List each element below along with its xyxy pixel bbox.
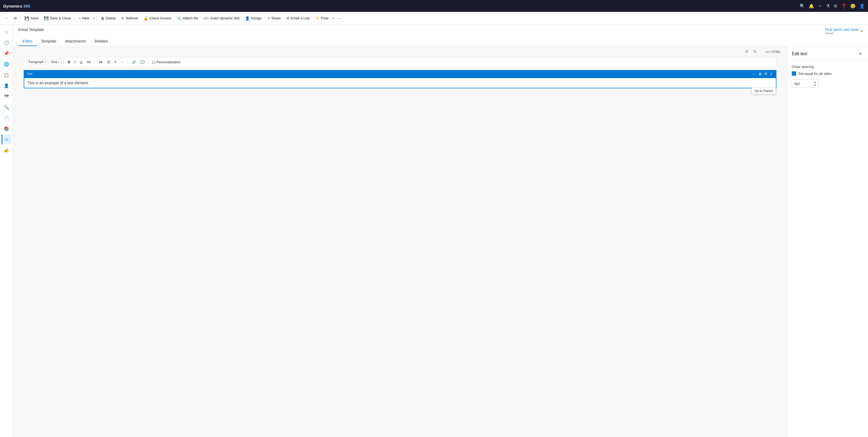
owner-name[interactable]: First name Last name	[825, 28, 859, 31]
tab-attachments[interactable]: Attachments	[61, 37, 90, 46]
smiley-icon[interactable]: 😊	[850, 3, 856, 9]
spacing-down-arrow[interactable]: ▼	[814, 84, 816, 87]
flow-button[interactable]: ⚡ Flow	[312, 14, 331, 22]
flow-dropdown-chevron[interactable]: ▾	[331, 15, 335, 21]
spacing-value: 0px	[794, 82, 800, 86]
comment-button[interactable]: 💬	[139, 59, 146, 65]
spacing-arrows[interactable]: ▲ ▼	[814, 81, 816, 87]
refresh-button[interactable]: ↻ Refresh	[119, 14, 141, 22]
sidebar-item-book[interactable]: 📚	[2, 124, 11, 133]
unordered-list-button[interactable]: ≡	[113, 59, 118, 65]
window-icon: ⧉	[14, 16, 17, 21]
delete-button[interactable]: 🗑 Delete	[98, 14, 119, 22]
command-bar: ← ⧉ 💾 Save 💾 Save & Close + New ▾ 🗑 Dele…	[0, 12, 868, 25]
owner-dropdown-chevron[interactable]: ▾	[861, 29, 863, 33]
redo-button[interactable]: ↻	[752, 49, 758, 55]
text-element[interactable]: Text ← 🗑 ⧉ ⤢ This is an example of a tex…	[24, 70, 776, 88]
email-link-icon: ✉	[286, 16, 289, 21]
plus-icon[interactable]: ＋	[818, 3, 822, 9]
tab-related[interactable]: Related	[90, 37, 112, 46]
save-button[interactable]: 💾 Save	[22, 14, 41, 22]
sidebar-item-map[interactable]: 🗺	[2, 92, 11, 101]
filter-icon[interactable]: ⚗	[826, 3, 830, 9]
window-button[interactable]: ⧉	[11, 14, 20, 22]
undo-button[interactable]: ↺	[743, 49, 750, 55]
more-rt-button[interactable]: ···	[119, 59, 125, 65]
align-button[interactable]: ≡▾	[97, 59, 104, 65]
close-panel-button[interactable]: ✕	[857, 51, 864, 57]
paragraph-dropdown[interactable]: Paragraph ▾	[27, 59, 48, 65]
flow-icon: ⚡	[315, 16, 320, 21]
duplicate-icon[interactable]: ⧉	[764, 71, 768, 76]
sidebar-item-search[interactable]: 🔍	[2, 102, 11, 112]
check-access-button[interactable]: 🔓 Check Access	[141, 14, 174, 22]
checkbox-equal-sides-label: Set equal for all sides	[798, 72, 832, 76]
font-color-button[interactable]: A▾	[85, 59, 93, 65]
save-close-icon: 💾	[44, 16, 49, 21]
html-label: HTML	[771, 50, 781, 54]
sidebar-item-sign[interactable]: ✍	[2, 146, 11, 155]
sidebar-item-reports[interactable]: 📋	[2, 70, 11, 80]
paragraph-chevron: ▾	[45, 61, 46, 64]
move-icon[interactable]: ⤢	[769, 71, 774, 76]
back-icon: ←	[5, 16, 9, 21]
checkbox-equal-sides[interactable]: ✓	[792, 71, 796, 76]
html-button[interactable]: </> HTML	[763, 49, 783, 55]
refresh-icon: ↻	[121, 16, 124, 21]
save-close-button[interactable]: 💾 Save & Close	[41, 14, 74, 22]
sidebar-item-home[interactable]: ⌂	[2, 27, 11, 37]
app-logo[interactable]: Dynamics 365	[3, 4, 30, 8]
bell-icon[interactable]: 🔔	[809, 3, 814, 9]
search-icon[interactable]: 🔍	[800, 3, 805, 9]
email-link-button[interactable]: ✉ Email a Link	[284, 14, 313, 22]
link-button[interactable]: 🔗	[130, 59, 137, 65]
user-icon[interactable]: 👤	[859, 3, 865, 9]
tab-editor[interactable]: Editor	[18, 37, 37, 46]
goto-parent-tooltip[interactable]: Go to Parent	[752, 88, 776, 94]
insert-dynamic-button[interactable]: </> Insert dynamic text	[200, 14, 242, 22]
spacing-input[interactable]: 0px ▲ ▼	[792, 80, 819, 88]
tab-template[interactable]: Template	[37, 37, 61, 46]
size-dropdown[interactable]: Size ▾	[49, 59, 61, 65]
settings-icon[interactable]: ⚙	[834, 3, 837, 9]
back-button[interactable]: ←	[2, 14, 11, 22]
tab-bar: Editor Template Attachments Related	[18, 37, 863, 46]
arrow-left-icon[interactable]: ←	[751, 71, 757, 76]
separator-3	[97, 14, 97, 22]
sidebar-left: ⌂ 🕐 📌 🌐 📋 👤 🗺 🔍 📄 📚 📧 ✍	[0, 25, 13, 437]
more-button[interactable]: ⋯	[335, 14, 344, 22]
outer-spacing-label: Outer spacing	[792, 65, 864, 69]
text-element-header: Text ← 🗑 ⧉ ⤢	[24, 70, 776, 77]
sidebar-item-docs[interactable]: 📄	[2, 113, 11, 123]
sidebar-item-recent[interactable]: 🕐	[2, 38, 11, 48]
underline-button[interactable]: U	[78, 59, 84, 65]
editor-area: ↺ ↻ </> HTML Paragraph ▾ Size	[13, 46, 868, 437]
text-element-body[interactable]: This is an example of a text element. Go…	[24, 77, 776, 88]
editor-canvas[interactable]: ↺ ↻ </> HTML Paragraph ▾ Size	[13, 46, 787, 437]
bold-button[interactable]: B	[66, 59, 72, 65]
new-dropdown-chevron[interactable]: ▾	[92, 15, 96, 21]
sidebar-item-pin[interactable]: 📌	[2, 49, 11, 58]
size-chevron: ▾	[58, 61, 60, 64]
personalization-button[interactable]: { } Personalization	[151, 59, 182, 65]
text-element-label-badge: Text	[25, 72, 34, 76]
italic-button[interactable]: I	[73, 59, 77, 65]
assign-button[interactable]: 👤 Assign	[242, 14, 264, 22]
sidebar-item-contacts[interactable]: 👤	[2, 81, 11, 91]
delete-element-icon[interactable]: 🗑	[757, 71, 763, 76]
separator-1	[21, 14, 21, 22]
main-layout: ⌂ 🕐 📌 🌐 📋 👤 🗺 🔍 📄 📚 📧 ✍ Email Template F…	[0, 25, 868, 437]
spacing-up-arrow[interactable]: ▲	[814, 81, 816, 84]
new-icon: +	[79, 16, 81, 21]
ordered-list-button[interactable]: ☰	[105, 59, 112, 65]
attach-file-button[interactable]: 📎 Attach file	[174, 14, 200, 22]
help-icon[interactable]: ❓	[841, 3, 846, 9]
sidebar-item-templates[interactable]: 📧	[2, 135, 11, 144]
share-button[interactable]: ↗ Share	[264, 14, 284, 22]
sidebar-item-globe[interactable]: 🌐	[2, 59, 11, 69]
rt-sep-4	[148, 59, 149, 65]
text-element-wrapper: Text ← 🗑 ⧉ ⤢ This is an example of a tex…	[24, 70, 776, 88]
assign-icon: 👤	[245, 16, 250, 21]
new-button[interactable]: + New	[76, 14, 92, 22]
content-area: Email Template First name Last name Owne…	[13, 25, 868, 437]
